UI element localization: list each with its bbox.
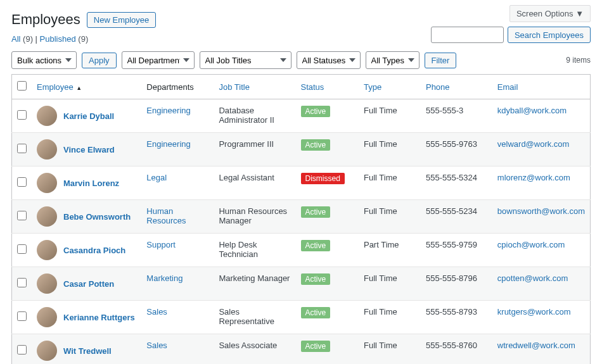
- caret-down-icon: ▼: [575, 9, 584, 18]
- phone-cell: 555-555-8793: [421, 301, 492, 334]
- row-checkbox[interactable]: [17, 311, 27, 321]
- type-cell: Full Time: [359, 99, 421, 133]
- filter-departments[interactable]: All Departments: [122, 51, 195, 69]
- department-link[interactable]: Support: [146, 240, 176, 249]
- screen-options-button[interactable]: Screen Options ▼: [509, 5, 591, 22]
- status-badge: Active: [301, 139, 331, 151]
- job-title-cell: Human Resources Manager: [214, 200, 295, 234]
- email-link[interactable]: krutgers@work.com: [497, 307, 571, 317]
- filter-types[interactable]: All Types: [366, 51, 419, 69]
- status-badge: Active: [301, 206, 331, 218]
- filter-job-titles[interactable]: All Job Titles: [200, 51, 291, 69]
- job-title-cell: Legal Assistant: [214, 166, 295, 200]
- row-checkbox[interactable]: [17, 110, 27, 120]
- department-link[interactable]: Engineering: [146, 139, 190, 149]
- job-title-cell: Sales Associate: [214, 334, 295, 365]
- search-box: Search Employees: [431, 27, 591, 43]
- table-row: Kerianne Ruttgers Sales Sales Representa…: [12, 301, 591, 334]
- status-badge: Active: [301, 240, 331, 251]
- email-link[interactable]: mlorenz@work.com: [497, 173, 570, 182]
- phone-cell: 555-555-9759: [421, 234, 492, 267]
- status-badge: Active: [301, 307, 331, 318]
- avatar: [37, 341, 57, 361]
- department-link[interactable]: Engineering: [146, 106, 190, 115]
- status-badge: Active: [301, 341, 331, 352]
- employee-name-link[interactable]: Casandra Pioch: [63, 246, 125, 255]
- row-checkbox[interactable]: [17, 345, 27, 355]
- view-all-count: (9): [23, 34, 33, 44]
- department-link[interactable]: Sales: [146, 307, 167, 317]
- apply-button-top[interactable]: Apply: [82, 53, 117, 68]
- avatar: [37, 240, 57, 260]
- avatar: [37, 273, 57, 294]
- employee-name-link[interactable]: Karrie Dyball: [63, 111, 114, 121]
- avatar: [37, 139, 57, 160]
- status-badge: Active: [301, 273, 331, 285]
- type-cell: Full Time: [359, 301, 421, 334]
- search-input[interactable]: [431, 27, 504, 43]
- table-row: Marvin Lorenz Legal Legal Assistant Dism…: [12, 166, 591, 200]
- avatar: [37, 206, 57, 227]
- phone-cell: 555-555-9763: [421, 133, 492, 166]
- employee-name-link[interactable]: Marvin Lorenz: [63, 179, 119, 188]
- table-row: Karrie Dyball Engineering Database Admin…: [12, 99, 591, 133]
- email-link[interactable]: cpotten@work.com: [497, 273, 568, 283]
- phone-cell: 555-555-5324: [421, 166, 492, 200]
- sort-asc-icon: ▲: [75, 85, 82, 91]
- employee-name-link[interactable]: Kerianne Ruttgers: [63, 313, 135, 322]
- row-checkbox[interactable]: [17, 278, 27, 287]
- search-button[interactable]: Search Employees: [508, 27, 591, 43]
- department-link[interactable]: Sales: [146, 341, 167, 350]
- email-link[interactable]: cpioch@work.com: [497, 240, 565, 249]
- phone-cell: 555-555-8760: [421, 334, 492, 365]
- new-employee-button[interactable]: New Employee: [87, 12, 156, 28]
- type-cell: Full Time: [359, 334, 421, 365]
- type-cell: Full Time: [359, 166, 421, 200]
- col-departments: Departments: [141, 75, 214, 99]
- status-badge: Active: [301, 106, 331, 117]
- email-link[interactable]: kdyball@work.com: [497, 106, 567, 115]
- view-all-link[interactable]: All: [11, 34, 20, 44]
- job-title-cell: Marketing Manager: [214, 267, 295, 301]
- status-badge: Dismissed: [301, 173, 345, 184]
- employee-name-link[interactable]: Casar Potten: [63, 279, 114, 289]
- employee-name-link[interactable]: Wit Tredwell: [63, 346, 112, 356]
- email-link[interactable]: wtredwell@work.com: [497, 341, 575, 350]
- email-link[interactable]: bownsworth@work.com: [497, 206, 585, 216]
- department-link[interactable]: Human Resources: [146, 206, 186, 225]
- table-row: Casandra Pioch Support Help Desk Technic…: [12, 234, 591, 267]
- view-published-link[interactable]: Published: [40, 34, 76, 44]
- job-title-cell: Help Desk Technician: [214, 234, 295, 267]
- row-checkbox[interactable]: [17, 177, 27, 187]
- view-separator: |: [35, 34, 40, 44]
- select-all-top[interactable]: [17, 81, 27, 91]
- table-row: Casar Potten Marketing Marketing Manager…: [12, 267, 591, 301]
- type-cell: Full Time: [359, 200, 421, 234]
- department-link[interactable]: Legal: [146, 173, 167, 182]
- email-link[interactable]: velward@work.com: [497, 139, 570, 149]
- col-job-title[interactable]: Job Title: [219, 82, 249, 92]
- view-published-count: (9): [78, 34, 88, 44]
- col-status[interactable]: Status: [301, 82, 324, 92]
- job-title-cell: Programmer III: [214, 133, 295, 166]
- avatar: [37, 106, 57, 126]
- phone-cell: 555-555-3: [421, 99, 492, 133]
- job-title-cell: Database Administrator II: [214, 99, 295, 133]
- filter-statuses[interactable]: All Statuses: [297, 51, 361, 69]
- col-type[interactable]: Type: [364, 82, 381, 92]
- screen-options-label: Screen Options: [516, 9, 573, 18]
- department-link[interactable]: Marketing: [146, 273, 183, 283]
- filter-button[interactable]: Filter: [425, 53, 457, 68]
- row-checkbox[interactable]: [17, 211, 27, 220]
- bulk-actions-select[interactable]: Bulk actions: [11, 51, 77, 69]
- row-checkbox[interactable]: [17, 144, 27, 153]
- col-email[interactable]: Email: [497, 82, 518, 92]
- page-title: Employees: [11, 11, 80, 28]
- col-phone[interactable]: Phone: [426, 82, 450, 92]
- employee-name-link[interactable]: Vince Elward: [63, 145, 115, 154]
- row-checkbox[interactable]: [17, 244, 27, 254]
- table-row: Bebe Ownsworth Human Resources Human Res…: [12, 200, 591, 234]
- employees-table: Employee ▲ Departments Job Title Status …: [11, 74, 591, 364]
- employee-name-link[interactable]: Bebe Ownsworth: [63, 212, 131, 222]
- col-employee[interactable]: Employee ▲: [37, 82, 82, 92]
